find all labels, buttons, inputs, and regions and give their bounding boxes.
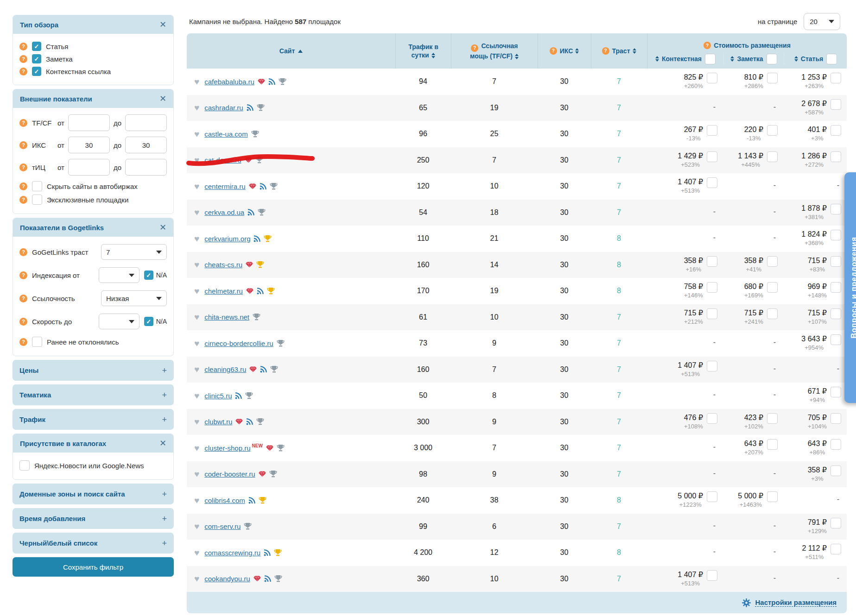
- trust-value-link[interactable]: 7: [617, 182, 621, 190]
- favorite-heart-icon[interactable]: ♥: [194, 208, 199, 217]
- site-link[interactable]: cat-decor.ru: [204, 156, 241, 164]
- checkbox-checked[interactable]: [32, 67, 41, 76]
- collapsed-section-added-time[interactable]: Время добавления +: [13, 508, 174, 529]
- site-link[interactable]: cerkvarium.org: [204, 235, 250, 243]
- price-select-checkbox[interactable]: [707, 308, 717, 319]
- tic-from-input[interactable]: [68, 159, 110, 176]
- trust-value-link[interactable]: 7: [617, 575, 621, 583]
- favorite-heart-icon[interactable]: ♥: [194, 103, 199, 112]
- price-select-checkbox[interactable]: [831, 387, 841, 397]
- na-checkbox-checked[interactable]: [144, 270, 153, 280]
- site-link[interactable]: centermira.ru: [204, 182, 245, 190]
- price-select-checkbox[interactable]: [707, 282, 717, 293]
- column-header-link-power[interactable]: ?Ссылочная мощь (TF/CF): [451, 33, 538, 69]
- price-select-checkbox[interactable]: [707, 73, 717, 83]
- price-select-checkbox[interactable]: [831, 230, 841, 240]
- select-all-checkbox[interactable]: [705, 54, 716, 64]
- trust-value-link[interactable]: 7: [617, 365, 621, 373]
- checkbox-checked[interactable]: [32, 54, 41, 63]
- per-page-select[interactable]: 20: [804, 13, 840, 30]
- tic-to-input[interactable]: [125, 159, 167, 176]
- trust-value-link[interactable]: 8: [617, 496, 621, 504]
- site-link[interactable]: comasscrewing.ru: [204, 549, 260, 557]
- column-header-note[interactable]: Заметка: [723, 53, 784, 64]
- price-select-checkbox[interactable]: [707, 361, 717, 371]
- site-link[interactable]: clubwt.ru: [204, 418, 232, 426]
- trust-value-link[interactable]: 7: [617, 156, 621, 164]
- help-icon[interactable]: ?: [19, 318, 27, 326]
- trust-value-link[interactable]: 7: [617, 77, 621, 85]
- price-select-checkbox[interactable]: [831, 465, 841, 476]
- favorite-heart-icon[interactable]: ♥: [194, 470, 199, 478]
- trust-value-link[interactable]: 7: [617, 208, 621, 216]
- help-icon[interactable]: ?: [19, 338, 27, 346]
- column-header-iks[interactable]: ? ИКС: [538, 33, 591, 69]
- iks-to-input[interactable]: [125, 137, 167, 153]
- trust-value-link[interactable]: 8: [617, 548, 621, 556]
- collapsed-section-topics[interactable]: Тематика +: [13, 384, 174, 405]
- price-select-checkbox[interactable]: [831, 334, 841, 345]
- site-link[interactable]: castle-ua.com: [204, 130, 247, 138]
- site-link[interactable]: coder-booster.ru: [204, 470, 255, 478]
- favorite-heart-icon[interactable]: ♥: [194, 156, 199, 164]
- favorite-heart-icon[interactable]: ♥: [194, 496, 199, 505]
- help-icon[interactable]: ?: [550, 47, 557, 55]
- favorite-heart-icon[interactable]: ♥: [194, 287, 199, 295]
- ggl-trust-select[interactable]: 7: [101, 244, 167, 260]
- favorite-heart-icon[interactable]: ♥: [194, 182, 199, 191]
- favorite-heart-icon[interactable]: ♥: [194, 313, 199, 321]
- trust-value-link[interactable]: 8: [617, 234, 621, 242]
- column-header-contextual[interactable]: Контекстная: [647, 54, 723, 64]
- site-link[interactable]: cafebabaluba.ru: [204, 78, 254, 86]
- favorite-heart-icon[interactable]: ♥: [194, 130, 199, 138]
- close-icon[interactable]: ✕: [159, 94, 166, 103]
- site-link[interactable]: clinic5.ru: [204, 392, 232, 400]
- column-header-site[interactable]: Сайт: [187, 33, 395, 69]
- help-icon[interactable]: ?: [19, 163, 27, 171]
- help-icon[interactable]: ?: [19, 271, 27, 279]
- price-select-checkbox[interactable]: [767, 308, 778, 319]
- help-icon[interactable]: ?: [19, 55, 27, 63]
- site-link[interactable]: cashradar.ru: [204, 104, 243, 112]
- speed-select[interactable]: [99, 314, 139, 329]
- price-select-checkbox[interactable]: [831, 308, 841, 319]
- trust-value-link[interactable]: 8: [617, 287, 621, 295]
- help-icon[interactable]: ?: [704, 42, 711, 49]
- iks-from-input[interactable]: [68, 137, 110, 153]
- favorite-heart-icon[interactable]: ♥: [194, 444, 199, 453]
- trust-value-link[interactable]: 7: [617, 104, 621, 112]
- price-select-checkbox[interactable]: [707, 491, 717, 502]
- price-select-checkbox[interactable]: [767, 282, 778, 293]
- price-select-checkbox[interactable]: [707, 413, 717, 424]
- price-select-checkbox[interactable]: [831, 151, 841, 162]
- price-select-checkbox[interactable]: [707, 177, 717, 188]
- price-select-checkbox[interactable]: [831, 413, 841, 424]
- checkbox-checked[interactable]: [32, 42, 41, 51]
- trust-value-link[interactable]: 8: [617, 261, 621, 269]
- help-icon[interactable]: ?: [19, 196, 27, 204]
- price-select-checkbox[interactable]: [831, 73, 841, 83]
- favorite-heart-icon[interactable]: ♥: [194, 417, 199, 426]
- price-select-checkbox[interactable]: [831, 99, 841, 110]
- favorite-heart-icon[interactable]: ♥: [194, 260, 199, 269]
- trust-value-link[interactable]: 7: [617, 313, 621, 321]
- help-icon[interactable]: ?: [19, 119, 27, 127]
- price-select-checkbox[interactable]: [831, 256, 841, 267]
- checkbox-unchecked[interactable]: [32, 181, 42, 191]
- select-all-checkbox[interactable]: [767, 54, 777, 64]
- help-icon[interactable]: ?: [19, 68, 27, 75]
- favorite-heart-icon[interactable]: ♥: [194, 339, 199, 348]
- site-link[interactable]: cluster-shop.ru: [204, 444, 250, 452]
- site-link[interactable]: cookandyou.ru: [204, 575, 250, 583]
- site-link[interactable]: cerkva.od.ua: [204, 208, 244, 216]
- collapsed-section-blacklist[interactable]: Черный\белый список +: [13, 533, 174, 553]
- help-icon[interactable]: ?: [602, 47, 609, 55]
- checkbox-unchecked[interactable]: [32, 195, 42, 205]
- help-icon[interactable]: ?: [19, 295, 27, 302]
- placement-settings-link[interactable]: Настройки размещения: [755, 598, 837, 607]
- price-select-checkbox[interactable]: [707, 151, 717, 162]
- close-icon[interactable]: ✕: [159, 20, 166, 29]
- favorite-heart-icon[interactable]: ♥: [194, 548, 199, 557]
- price-select-checkbox[interactable]: [831, 518, 841, 528]
- price-select-checkbox[interactable]: [767, 73, 778, 83]
